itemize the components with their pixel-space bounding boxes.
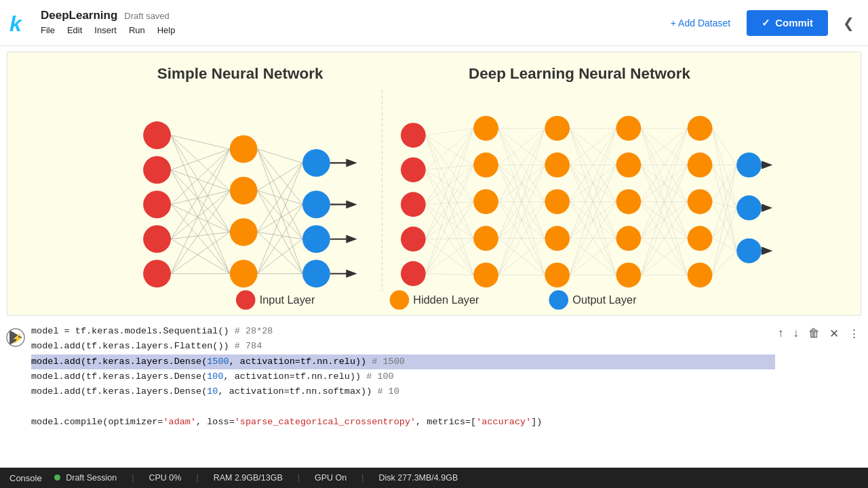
svg-point-13 <box>302 149 330 177</box>
svg-point-5 <box>143 156 171 184</box>
commit-button[interactable]: ✓ Commit <box>747 10 828 36</box>
svg-point-61 <box>401 261 426 286</box>
top-bar: k DeepLearning Draft saved File Edit Ins… <box>0 0 868 46</box>
svg-point-81 <box>688 262 713 287</box>
menu-insert[interactable]: Insert <box>94 24 117 37</box>
svg-point-72 <box>616 116 642 141</box>
svg-point-74 <box>616 189 642 214</box>
neural-network-diagram: Simple Neural Network Deep Learning Neur… <box>7 52 861 316</box>
svg-point-77 <box>688 116 713 141</box>
svg-point-59 <box>401 192 426 217</box>
console-bar: Console Draft Session | CPU 0% | RAM 2.9… <box>0 468 868 488</box>
svg-point-205 <box>390 290 410 310</box>
svg-rect-1 <box>95 52 774 315</box>
svg-point-57 <box>401 123 426 148</box>
kaggle-logo: k <box>8 11 33 35</box>
svg-point-10 <box>230 177 258 205</box>
menu-edit[interactable]: Edit <box>67 24 82 37</box>
menu-bar: File Edit Insert Run Help <box>41 24 656 37</box>
svg-point-75 <box>616 226 642 251</box>
commit-label: Commit <box>775 17 813 28</box>
move-down-button[interactable]: ↓ <box>791 325 802 342</box>
svg-point-6 <box>143 190 171 218</box>
svg-point-80 <box>688 226 713 251</box>
svg-point-14 <box>302 190 330 218</box>
run-icon-area: ⚡ <box>0 321 31 468</box>
add-dataset-button[interactable]: + Add Dataset <box>664 12 737 34</box>
console-label: Console <box>9 473 42 483</box>
right-actions: + Add Dataset ✓ Commit ❮ <box>664 10 860 36</box>
title-section: DeepLearning Draft saved File Edit Inser… <box>41 9 656 37</box>
svg-text:⚡: ⚡ <box>12 333 24 344</box>
svg-point-60 <box>401 226 426 251</box>
svg-point-79 <box>688 189 713 214</box>
svg-text:k: k <box>9 12 23 35</box>
run-button[interactable]: ⚡ <box>5 327 26 348</box>
svg-point-84 <box>736 239 762 264</box>
session-status-text: Draft Session <box>66 473 117 483</box>
svg-point-71 <box>545 262 570 287</box>
cell-toolbar: ↑ ↓ 🗑 ✕ ⋮ <box>775 321 868 468</box>
svg-point-203 <box>236 290 256 310</box>
svg-point-16 <box>302 260 330 287</box>
collapse-button[interactable]: ❮ <box>837 12 860 34</box>
svg-point-76 <box>616 262 642 287</box>
svg-point-12 <box>230 260 258 287</box>
svg-point-15 <box>302 225 330 253</box>
svg-point-62 <box>473 116 498 141</box>
draft-status: Draft saved <box>124 11 169 21</box>
session-dot <box>54 474 60 481</box>
main-content: Simple Neural Network Deep Learning Neur… <box>0 46 868 468</box>
svg-point-83 <box>736 195 762 220</box>
move-up-button[interactable]: ↑ <box>775 325 787 342</box>
notebook-name: DeepLearning <box>41 9 117 22</box>
disk-status: Disk 277.3MB/4.9GB <box>379 473 458 483</box>
svg-point-68 <box>545 152 570 178</box>
gpu-status: GPU On <box>315 473 347 483</box>
svg-point-78 <box>688 152 713 178</box>
svg-point-4 <box>143 121 171 149</box>
svg-text:Simple Neural Network: Simple Neural Network <box>157 65 323 82</box>
ram-status: RAM 2.9GB/13GB <box>214 473 283 483</box>
svg-text:Input Layer: Input Layer <box>260 293 315 306</box>
session-status: Draft Session <box>54 473 117 483</box>
menu-run[interactable]: Run <box>129 24 145 37</box>
svg-point-7 <box>143 225 171 253</box>
code-block[interactable]: model = tf.keras.models.Sequential() # 2… <box>31 321 775 468</box>
svg-text:Deep Learning Neural Network: Deep Learning Neural Network <box>469 65 690 82</box>
svg-point-73 <box>616 152 642 178</box>
svg-point-11 <box>230 218 258 246</box>
notebook-title: DeepLearning Draft saved <box>41 9 656 22</box>
close-cell-button[interactable]: ✕ <box>827 325 842 342</box>
code-cell: ⚡ model = tf.keras.models.Sequential() #… <box>0 321 868 468</box>
svg-point-69 <box>545 189 570 214</box>
svg-point-64 <box>473 189 498 214</box>
svg-point-65 <box>473 226 498 251</box>
svg-point-82 <box>736 152 762 178</box>
svg-point-63 <box>473 152 498 178</box>
svg-point-67 <box>545 116 570 141</box>
commit-check-icon: ✓ <box>762 17 770 29</box>
svg-point-9 <box>230 136 258 163</box>
svg-point-58 <box>401 157 426 182</box>
svg-point-8 <box>143 260 171 287</box>
svg-point-70 <box>545 226 570 251</box>
delete-cell-button[interactable]: 🗑 <box>806 325 823 342</box>
more-options-button[interactable]: ⋮ <box>846 325 863 342</box>
svg-point-66 <box>473 262 498 287</box>
svg-point-207 <box>549 290 568 310</box>
menu-help[interactable]: Help <box>157 24 176 37</box>
cpu-status: CPU 0% <box>149 473 181 483</box>
svg-text:Output Layer: Output Layer <box>572 293 637 306</box>
svg-text:Hidden Layer: Hidden Layer <box>413 293 479 306</box>
menu-file[interactable]: File <box>41 24 55 37</box>
